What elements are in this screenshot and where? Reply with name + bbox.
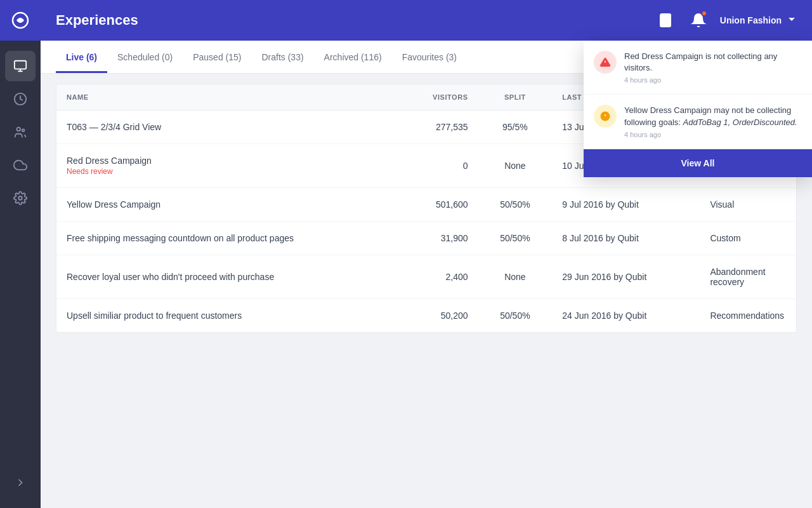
cell-visitors-5: 50,200 bbox=[390, 299, 478, 333]
info-icon-wrap bbox=[594, 105, 617, 128]
experience-name-2: Yellow Dress Campaign bbox=[67, 199, 379, 210]
tab-scheduled[interactable]: Scheduled (0) bbox=[107, 41, 183, 73]
cell-last-updated-3: 8 Jul 2016 by Qubit bbox=[552, 222, 700, 255]
warning-icon-wrap bbox=[594, 51, 617, 74]
svg-rect-1 bbox=[15, 61, 26, 69]
sidebar-item-experiences[interactable] bbox=[5, 51, 36, 81]
col-header-split: SPLIT bbox=[478, 84, 553, 110]
cell-name-2: Yellow Dress Campaign bbox=[56, 188, 390, 222]
cell-split-3: 50/50% bbox=[478, 222, 553, 255]
cell-split-5: 50/50% bbox=[478, 299, 553, 333]
tab-live[interactable]: Live (6) bbox=[56, 41, 107, 73]
needs-review-label-1: Needs review bbox=[67, 167, 379, 176]
notification-item-1: Red Dress Campaign is not collecting any… bbox=[584, 41, 812, 95]
experience-name-5: Upsell similiar product to frequent cust… bbox=[67, 311, 379, 321]
cell-visitors-3: 31,900 bbox=[390, 222, 478, 255]
user-name: Union Fashion bbox=[720, 15, 782, 25]
cell-name-5: Upsell similiar product to frequent cust… bbox=[56, 299, 390, 333]
col-header-name: NAME bbox=[56, 84, 390, 110]
cell-last-updated-5: 24 Jun 2016 by Qubit bbox=[552, 299, 700, 333]
cell-visitors-4: 2,400 bbox=[390, 255, 478, 299]
experience-name-4: Recover loyal user who didn't proceed wi… bbox=[67, 272, 379, 282]
user-section[interactable]: Union Fashion bbox=[720, 14, 797, 27]
svg-point-7 bbox=[18, 196, 22, 200]
tab-drafts[interactable]: Drafts (33) bbox=[251, 41, 313, 73]
cell-visitors-2: 501,600 bbox=[390, 188, 478, 222]
table-row[interactable]: Recover loyal user who didn't proceed wi… bbox=[56, 255, 796, 299]
sidebar-bottom bbox=[5, 467, 36, 508]
cell-name-4: Recover loyal user who didn't proceed wi… bbox=[56, 255, 390, 299]
cell-split-0: 95/5% bbox=[478, 110, 553, 144]
tablet-icon-button[interactable] bbox=[654, 9, 677, 32]
view-all-button[interactable]: View All bbox=[584, 149, 812, 177]
notification-item-2: Yellow Dress Campaign may not be collect… bbox=[584, 95, 812, 149]
sidebar-item-settings[interactable] bbox=[5, 183, 36, 213]
chevron-down-icon bbox=[787, 14, 797, 27]
page-title: Experiences bbox=[56, 12, 654, 29]
svg-point-5 bbox=[17, 128, 21, 131]
sidebar-item-audiences[interactable] bbox=[5, 117, 36, 147]
notification-dropdown: Red Dress Campaign is not collecting any… bbox=[584, 41, 812, 177]
cell-type-4: Abandonment recovery bbox=[700, 255, 796, 299]
sidebar bbox=[0, 0, 41, 508]
cell-name-1: Red Dress Campaign Needs review bbox=[56, 144, 390, 188]
col-header-visitors: VISITORS bbox=[390, 84, 478, 110]
experience-name-0: T063 — 2/3/4 Grid View bbox=[67, 122, 379, 132]
cell-type-5: Recommendations bbox=[700, 299, 796, 333]
topbar: Experiences Union Fashion bbox=[41, 0, 812, 41]
cell-visitors-1: 0 bbox=[390, 144, 478, 188]
sidebar-logo[interactable] bbox=[0, 0, 41, 41]
sidebar-item-history[interactable] bbox=[5, 84, 36, 114]
notification-time-2: 4 hours ago bbox=[624, 131, 802, 138]
cell-split-2: 50/50% bbox=[478, 188, 553, 222]
cell-last-updated-2: 9 Jul 2016 by Qubit bbox=[552, 188, 700, 222]
cell-visitors-0: 277,535 bbox=[390, 110, 478, 144]
tab-paused[interactable]: Paused (15) bbox=[183, 41, 251, 73]
cell-split-1: None bbox=[478, 144, 553, 188]
cell-split-4: None bbox=[478, 255, 553, 299]
notification-badge bbox=[701, 10, 707, 17]
svg-point-6 bbox=[22, 129, 25, 131]
bell-icon-button[interactable] bbox=[687, 9, 710, 32]
sidebar-nav bbox=[0, 41, 41, 467]
cell-type-3: Custom bbox=[700, 222, 796, 255]
table-row[interactable]: Upsell similiar product to frequent cust… bbox=[56, 299, 796, 333]
tab-archived[interactable]: Archived (116) bbox=[314, 41, 392, 73]
experience-name-1: Red Dress Campaign bbox=[67, 156, 379, 166]
cell-name-0: T063 — 2/3/4 Grid View bbox=[56, 110, 390, 144]
experience-name-3: Free shipping messaging countdown on all… bbox=[67, 233, 379, 243]
notification-time-1: 4 hours ago bbox=[624, 76, 802, 84]
cell-type-2: Visual bbox=[700, 188, 796, 222]
main-area: Experiences Union Fashion bbox=[41, 0, 812, 508]
sidebar-item-cloud[interactable] bbox=[5, 150, 36, 180]
notification-text-2: Yellow Dress Campaign may not be collect… bbox=[624, 105, 802, 138]
notification-message-1: Red Dress Campaign is not collecting any… bbox=[624, 51, 802, 74]
table-row[interactable]: Free shipping messaging countdown on all… bbox=[56, 222, 796, 255]
tab-favourites[interactable]: Favourites (3) bbox=[392, 41, 467, 73]
topbar-actions: Union Fashion bbox=[654, 9, 797, 32]
table-row[interactable]: Yellow Dress Campaign 501,600 50/50% 9 J… bbox=[56, 188, 796, 222]
notification-message-2: Yellow Dress Campaign may not be collect… bbox=[624, 105, 802, 128]
sidebar-collapse-button[interactable] bbox=[5, 467, 36, 498]
cell-name-3: Free shipping messaging countdown on all… bbox=[56, 222, 390, 255]
cell-last-updated-4: 29 Jun 2016 by Qubit bbox=[552, 255, 700, 299]
notification-text-1: Red Dress Campaign is not collecting any… bbox=[624, 51, 802, 84]
